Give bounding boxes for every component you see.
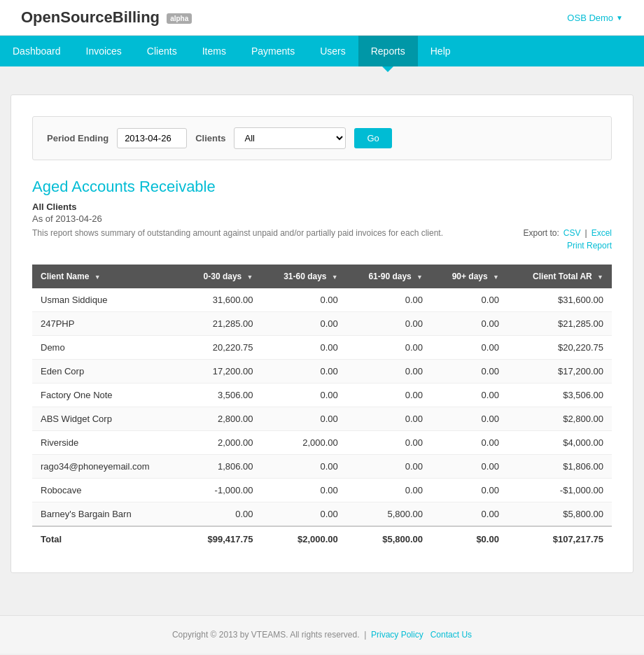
cell-61-90: 0.00 [346, 336, 431, 360]
cell-total-ar: $20,220.75 [507, 336, 612, 360]
period-ending-label: Period Ending [47, 133, 108, 143]
cell-0-30: 2,000.00 [182, 431, 261, 455]
ar-table: Client Name ▼ 0-30 days ▼ 31-60 days ▼ 6… [32, 265, 612, 551]
cell-total-ar: $4,000.00 [507, 431, 612, 455]
filter-bar: Period Ending Clients All Usman Siddique… [32, 116, 612, 160]
cell-total-ar: $31,600.00 [507, 288, 612, 312]
cell-90-plus: 0.00 [431, 431, 507, 455]
cell-90-plus: 0.00 [431, 383, 507, 407]
cell-61-90: 0.00 [346, 360, 431, 383]
cell-31-60: 0.00 [262, 336, 346, 360]
cell-0-30: 0.00 [182, 502, 261, 527]
cell-61-90: 0.00 [346, 407, 431, 431]
cell-90-plus: 0.00 [431, 336, 507, 360]
clients-select[interactable]: All Usman Siddique 247PHP Demo Eden Corp… [234, 127, 346, 149]
cell-client-name: 247PHP [32, 312, 182, 336]
col-client-name[interactable]: Client Name ▼ [32, 265, 182, 288]
cell-31-60: 0.00 [262, 455, 346, 479]
cell-61-90: 0.00 [346, 479, 431, 502]
cell-0-30: 2,800.00 [182, 407, 261, 431]
logo: OpenSourceBilling alpha [21, 8, 192, 27]
cell-61-90: 0.00 [346, 312, 431, 336]
table-row: Demo 20,220.75 0.00 0.00 0.00 $20,220.75 [32, 336, 612, 360]
total-0-30: $99,417.75 [182, 526, 261, 551]
col-90-plus[interactable]: 90+ days ▼ [431, 265, 507, 288]
cell-31-60: 0.00 [262, 360, 346, 383]
dropdown-arrow-icon: ▼ [616, 14, 623, 22]
privacy-policy-link[interactable]: Privacy Policy [371, 630, 424, 640]
col-31-60[interactable]: 31-60 days ▼ [262, 265, 346, 288]
cell-total-ar: -$1,000.00 [507, 479, 612, 502]
logo-billing: Billing [113, 8, 160, 26]
alpha-badge: alpha [167, 13, 192, 24]
excel-link[interactable]: Excel [592, 228, 612, 238]
nav-dashboard[interactable]: Dashboard [0, 36, 74, 66]
col-61-90[interactable]: 61-90 days ▼ [346, 265, 431, 288]
contact-us-link[interactable]: Contact Us [430, 630, 472, 640]
report-date: As of 2013-04-26 [32, 213, 612, 224]
print-report-link[interactable]: Print Report [567, 241, 612, 251]
cell-client-name: Usman Siddique [32, 288, 182, 312]
report-title: Aged Accounts Receivable [32, 178, 612, 196]
logo-open: Open [21, 8, 60, 26]
nav-bar: Dashboard Invoices Clients Items Payment… [0, 36, 644, 66]
cell-90-plus: 0.00 [431, 360, 507, 383]
nav-payments[interactable]: Payments [239, 36, 307, 66]
cell-61-90: 0.00 [346, 431, 431, 455]
nav-help[interactable]: Help [418, 36, 463, 66]
cell-90-plus: 0.00 [431, 407, 507, 431]
total-61-90: $5,800.00 [346, 526, 431, 551]
cell-90-plus: 0.00 [431, 312, 507, 336]
cell-client-name: Eden Corp [32, 360, 182, 383]
cell-client-name: Demo [32, 336, 182, 360]
table-row: rago34@phoneyemail.com 1,806.00 0.00 0.0… [32, 455, 612, 479]
total-90-plus: $0.00 [431, 526, 507, 551]
total-label: Total [32, 526, 182, 551]
nav-clients[interactable]: Clients [134, 36, 190, 66]
csv-link[interactable]: CSV [564, 228, 581, 238]
cell-31-60: 0.00 [262, 479, 346, 502]
export-label: Export to: [523, 228, 559, 238]
cell-client-name: rago34@phoneyemail.com [32, 455, 182, 479]
nav-items[interactable]: Items [190, 36, 239, 66]
user-menu[interactable]: OSB Demo ▼ [567, 13, 623, 23]
main-content: Period Ending Clients All Usman Siddique… [10, 94, 634, 573]
cell-90-plus: 0.00 [431, 502, 507, 527]
cell-client-name: Barney's Bargain Barn [32, 502, 182, 527]
total-ar: $107,217.75 [507, 526, 612, 551]
nav-users[interactable]: Users [307, 36, 358, 66]
nav-invoices[interactable]: Invoices [74, 36, 134, 66]
col-0-30[interactable]: 0-30 days ▼ [182, 265, 261, 288]
report-description: This report shows summary of outstanding… [32, 228, 443, 238]
cell-31-60: 0.00 [262, 502, 346, 527]
page-footer: Copyright © 2013 by VTEAMS. All rights r… [0, 615, 644, 654]
table-row: Barney's Bargain Barn 0.00 0.00 5,800.00… [32, 502, 612, 527]
cell-0-30: 21,285.00 [182, 312, 261, 336]
cell-31-60: 0.00 [262, 383, 346, 407]
cell-0-30: 17,200.00 [182, 360, 261, 383]
cell-client-name: Robocave [32, 479, 182, 502]
cell-90-plus: 0.00 [431, 288, 507, 312]
table-row: Usman Siddique 31,600.00 0.00 0.00 0.00 … [32, 288, 612, 312]
go-button[interactable]: Go [354, 128, 391, 148]
cell-61-90: 5,800.00 [346, 502, 431, 527]
table-row: 247PHP 21,285.00 0.00 0.00 0.00 $21,285.… [32, 312, 612, 336]
col-total-ar[interactable]: Client Total AR ▼ [507, 265, 612, 288]
cell-0-30: -1,000.00 [182, 479, 261, 502]
clients-label: Clients [195, 133, 225, 143]
cell-total-ar: $21,285.00 [507, 312, 612, 336]
period-ending-input[interactable] [117, 128, 187, 148]
table-row: ABS Widget Corp 2,800.00 0.00 0.00 0.00 … [32, 407, 612, 431]
table-header-row: Client Name ▼ 0-30 days ▼ 31-60 days ▼ 6… [32, 265, 612, 288]
user-name: OSB Demo [567, 13, 613, 23]
table-row: Factory One Note 3,506.00 0.00 0.00 0.00… [32, 383, 612, 407]
total-31-60: $2,000.00 [262, 526, 346, 551]
cell-90-plus: 0.00 [431, 479, 507, 502]
cell-61-90: 0.00 [346, 455, 431, 479]
cell-0-30: 3,506.00 [182, 383, 261, 407]
logo-source: Source [60, 8, 113, 26]
cell-0-30: 31,600.00 [182, 288, 261, 312]
cell-client-name: Riverside [32, 431, 182, 455]
cell-client-name: ABS Widget Corp [32, 407, 182, 431]
nav-reports[interactable]: Reports [358, 36, 418, 66]
